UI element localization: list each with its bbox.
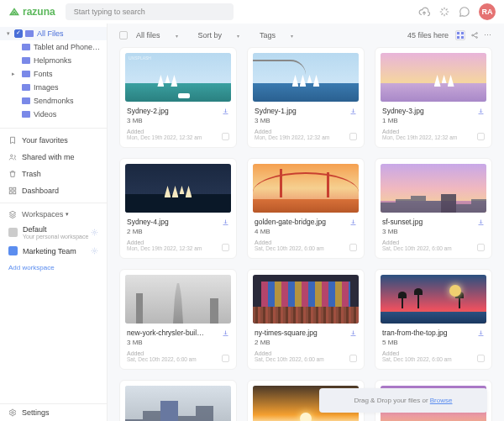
download-icon[interactable] (477, 218, 485, 226)
search-input[interactable]: Start typing to search (66, 3, 234, 20)
filter-sort-by[interactable]: Sort by▾ (198, 31, 240, 39)
download-icon[interactable] (349, 108, 357, 115)
file-card[interactable]: ny-times-square.jpg2 MBAddedSat, Dec 10t… (247, 269, 365, 370)
file-card[interactable]: golden-gate-bridge.jpg4 MBAddedSat, Dec … (247, 158, 365, 259)
thumbnail[interactable] (253, 53, 359, 102)
more-menu-icon[interactable]: ⋯ (484, 31, 492, 39)
checkbox[interactable] (14, 29, 23, 38)
folder-icon (22, 111, 30, 118)
select-all-checkbox[interactable] (119, 31, 128, 39)
app-header: razuna Start typing to search RA (0, 0, 504, 24)
download-icon[interactable] (222, 108, 229, 115)
folder-item[interactable]: Images (0, 81, 107, 94)
workspace-subtitle: Your personal workspace (23, 234, 91, 239)
header-actions: RA (418, 3, 496, 20)
thumbnail[interactable] (125, 386, 231, 421)
download-icon[interactable] (222, 329, 229, 337)
thumbnail[interactable] (253, 164, 359, 213)
file-checkbox[interactable] (349, 133, 357, 140)
folder-item[interactable]: Helpmonks (0, 54, 107, 67)
download-icon[interactable] (477, 329, 485, 337)
file-name: sf-sunset.jpg (382, 218, 423, 226)
svg-rect-3 (9, 192, 12, 194)
nav-dashboard[interactable]: Dashboard (0, 182, 107, 199)
nav-trash[interactable]: Trash (0, 166, 107, 182)
svg-point-12 (472, 34, 474, 36)
thumbnail[interactable]: UNSPLASH (125, 53, 231, 102)
workspaces-header[interactable]: Workspaces ▾ (0, 207, 107, 222)
upload-cloud-icon[interactable] (418, 6, 430, 18)
notification-icon[interactable] (459, 6, 470, 18)
nav-shared[interactable]: Shared with me (0, 149, 107, 166)
file-grid: UNSPLASHSydney-2.jpg3 MBAddedMon, Dec 19… (108, 47, 504, 421)
thumbnail[interactable] (125, 164, 231, 213)
file-card[interactable]: Sydney-1.jpg3 MBAddedMon, Dec 19th 2022,… (247, 47, 365, 148)
file-card[interactable]: Sydney-3.jpg1 MBAddedMon, Dec 19th 2022,… (375, 47, 492, 148)
file-checkbox[interactable] (477, 244, 485, 251)
folder-label: Helpmonks (34, 56, 71, 65)
workspace-item[interactable]: DefaultYour personal workspace (0, 222, 107, 243)
folder-item[interactable]: Sendmonks (0, 94, 107, 108)
thumbnail[interactable] (381, 53, 486, 102)
thumbnail[interactable] (253, 275, 359, 324)
thumbnail[interactable] (381, 275, 486, 324)
file-card[interactable]: UNSPLASHSydney-2.jpg3 MBAddedMon, Dec 19… (119, 47, 237, 148)
file-name: Sydney-3.jpg (382, 107, 424, 115)
share-icon[interactable] (470, 31, 479, 39)
added-date: Sat, Dec 10th 2022, 6:00 am (255, 356, 324, 362)
filter-tags[interactable]: Tags▾ (260, 31, 293, 39)
thumbnail[interactable] (381, 164, 486, 213)
file-checkbox[interactable] (222, 133, 229, 140)
file-card[interactable]: sf-sunset.jpg3 MBAddedSat, Dec 10th 2022… (375, 158, 492, 259)
brand-logo[interactable]: razuna (8, 6, 55, 18)
gear-icon[interactable] (91, 247, 98, 255)
folder-icon (25, 30, 34, 37)
download-icon[interactable] (349, 329, 357, 337)
added-label: Added (127, 239, 202, 245)
svg-point-13 (476, 33, 478, 34)
file-card[interactable]: new-york-chrysler-buil…3 MBAddedSat, Dec… (119, 269, 237, 370)
file-count: 45 files here (407, 31, 449, 39)
file-card[interactable]: Sydney-4.jpg2 MBAddedMon, Dec 19th 2022,… (119, 158, 237, 259)
file-name: new-york-chrysler-buil… (127, 329, 204, 337)
file-checkbox[interactable] (477, 355, 485, 362)
add-workspace-button[interactable]: Add workspace (0, 259, 107, 276)
file-checkbox[interactable] (222, 244, 229, 251)
filter-all-files[interactable]: All files▾ (136, 31, 178, 39)
folder-item[interactable]: ▸Fonts (0, 67, 107, 81)
folder-item[interactable]: Tablet and Phone Mockup (0, 40, 107, 54)
file-checkbox[interactable] (477, 133, 485, 140)
folder-icon (22, 84, 30, 91)
drop-banner[interactable]: Drag & Drop your files or Browse (319, 388, 487, 413)
file-card[interactable]: tran-from-the-top.jpg5 MBAddedSat, Dec 1… (375, 269, 492, 370)
download-icon[interactable] (477, 108, 485, 115)
file-size: 3 MB (255, 117, 357, 124)
thumbnail[interactable] (125, 275, 231, 324)
sparkle-icon[interactable] (438, 6, 450, 18)
download-icon[interactable] (222, 218, 229, 226)
folder-item[interactable]: Videos (0, 108, 107, 121)
folder-icon (22, 71, 30, 77)
file-checkbox[interactable] (349, 355, 357, 362)
folder-root-all-files[interactable]: ▾ All Files (0, 27, 107, 40)
svg-point-5 (93, 231, 95, 233)
workspace-item[interactable]: Marketing Team (0, 243, 107, 259)
nav-settings[interactable]: Settings (0, 404, 107, 421)
gear-icon[interactable] (91, 229, 98, 236)
workspace-name: Default (23, 225, 91, 234)
added-date: Mon, Dec 19th 2022, 12:32 am (127, 245, 202, 251)
view-grid-button[interactable] (455, 30, 465, 40)
chevron-down-icon: ▾ (291, 33, 293, 39)
file-checkbox[interactable] (349, 244, 357, 251)
file-size: 2 MB (255, 339, 357, 346)
file-card[interactable] (119, 380, 237, 421)
browse-link[interactable]: Browse (430, 397, 453, 404)
file-name: ny-times-square.jpg (255, 329, 318, 337)
download-icon[interactable] (349, 218, 357, 226)
user-avatar[interactable]: RA (479, 3, 496, 20)
svg-rect-8 (457, 32, 459, 34)
file-name: Sydney-1.jpg (255, 107, 297, 115)
added-label: Added (382, 350, 452, 356)
file-checkbox[interactable] (222, 355, 229, 362)
nav-favorites[interactable]: Your favorites (0, 132, 107, 149)
